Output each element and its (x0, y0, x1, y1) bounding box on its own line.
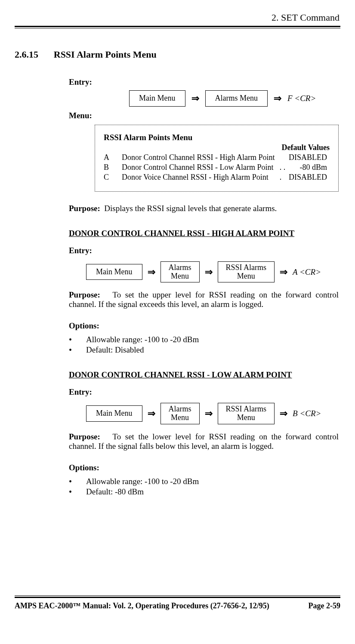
footer-left: AMPS EAC-2000™ Manual: Vol. 2, Operating… (15, 601, 269, 610)
arrow-icon: ⇒ (205, 408, 213, 419)
purpose-label: Purpose: (69, 204, 100, 213)
menu-key: C (104, 173, 122, 183)
purpose-block: Purpose: To set the upper level for RSSI… (69, 290, 339, 309)
arrow-icon: ⇒ (280, 408, 287, 419)
section-title: RSSI Alarm Points Menu (54, 49, 157, 60)
flow-box-main-menu: Main Menu (129, 90, 185, 107)
options-label: Options: (69, 321, 99, 330)
purpose-block: Purpose: To set the lower level for RSSI… (69, 432, 339, 451)
menu-row: C Donor Voice Channel RSSI - High Alarm … (104, 173, 330, 183)
flow-box-line: RSSI Alarms (226, 263, 267, 272)
options-list: Allowable range: -100 to -20 dBm Default… (69, 477, 339, 497)
section-number: 2.6.15 (15, 49, 52, 60)
purpose-text: To set the lower level for RSSI reading … (69, 432, 339, 451)
flow-final-key: A <CR> (293, 267, 321, 277)
purpose-label: Purpose: (69, 432, 100, 441)
entry-label: Entry: (69, 77, 92, 86)
purpose-text: Displays the RSSI signal levels that gen… (104, 204, 277, 213)
purpose-text: To set the upper level for RSSI reading … (69, 290, 339, 309)
page-footer: AMPS EAC-2000™ Manual: Vol. 2, Operating… (15, 595, 340, 610)
flow-box-main-menu: Main Menu (86, 264, 142, 280)
flow-box-line: Menu (237, 413, 255, 422)
list-item: Default: -80 dBm (69, 487, 339, 497)
menu-value: DISABLED (288, 153, 330, 163)
list-item: Default: Disabled (69, 345, 339, 355)
list-item: Allowable range: -100 to -20 dBm (69, 335, 339, 344)
flow-box-line: Alarms (169, 263, 191, 272)
flow-box-line: Menu (171, 272, 189, 280)
flow-box-rssi-alarms-menu: RSSI Alarms Menu (218, 261, 275, 283)
subsection-heading: DONOR CONTROL CHANNEL RSSI - LOW ALARM P… (69, 370, 339, 380)
purpose-label: Purpose: (69, 290, 100, 299)
options-list: Allowable range: -100 to -20 dBm Default… (69, 335, 339, 355)
menu-dots (280, 153, 288, 163)
flow-box-line: Alarms (169, 405, 191, 413)
flow-box-line: RSSI Alarms (226, 405, 267, 413)
purpose-block: Purpose: Displays the RSSI signal levels… (69, 204, 339, 213)
flow-final-key: B <CR> (293, 409, 321, 418)
menu-box-title: RSSI Alarm Points Menu (104, 133, 330, 142)
arrow-icon: ⇒ (280, 267, 287, 278)
arrow-icon: ⇒ (191, 93, 199, 104)
arrow-icon: ⇒ (274, 93, 281, 104)
entry-label: Entry: (69, 246, 92, 255)
entry-label: Entry: (69, 387, 92, 396)
menu-dots: . (280, 173, 288, 183)
running-header: 2. SET Command (15, 12, 340, 23)
footer-page: Page 2-59 (309, 601, 340, 610)
subsection-heading: DONOR CONTROL CHANNEL RSSI - HIGH ALARM … (69, 229, 339, 238)
flow-box-alarms-menu: Alarms Menu (161, 261, 200, 283)
arrow-icon: ⇒ (205, 267, 213, 278)
menu-row: B Donor Control Channel RSSI - Low Alarm… (104, 163, 330, 173)
menu-dots: . . (280, 163, 288, 173)
menu-desc: Donor Control Channel RSSI - High Alarm … (122, 153, 280, 163)
arrow-icon: ⇒ (148, 408, 155, 419)
menu-row: A Donor Control Channel RSSI - High Alar… (104, 153, 330, 163)
entry-flow-top: Main Menu ⇒ Alarms Menu ⇒ F <CR> (129, 90, 339, 107)
list-item: Allowable range: -100 to -20 dBm (69, 477, 339, 486)
flow-box-line: Menu (237, 272, 255, 280)
rule-thin (15, 28, 340, 28)
section-heading: 2.6.15 RSSI Alarm Points Menu (15, 49, 340, 60)
rule-thick (15, 26, 340, 27)
entry-flow-sub2: Main Menu ⇒ Alarms Menu ⇒ RSSI Alarms Me… (86, 403, 339, 424)
menu-key: A (104, 153, 122, 163)
flow-final-key: F <CR> (287, 94, 316, 103)
rule-thin (15, 595, 340, 596)
flow-box-alarms-menu: Alarms Menu (161, 403, 200, 424)
menu-desc: Donor Voice Channel RSSI - High Alarm Po… (122, 173, 280, 183)
rule-thick (15, 597, 340, 598)
flow-box-line: Menu (171, 413, 189, 422)
default-values-header: Default Values (104, 143, 330, 152)
menu-table: A Donor Control Channel RSSI - High Alar… (104, 153, 330, 183)
menu-desc: Donor Control Channel RSSI - Low Alarm P… (122, 163, 280, 173)
flow-box-rssi-alarms-menu: RSSI Alarms Menu (218, 403, 275, 424)
arrow-icon: ⇒ (148, 267, 155, 278)
options-label: Options: (69, 463, 99, 472)
menu-value: -80 dBm (288, 163, 330, 173)
menu-label: Menu: (69, 111, 92, 120)
menu-box: RSSI Alarm Points Menu Default Values A … (95, 125, 339, 192)
menu-key: B (104, 163, 122, 173)
entry-flow-sub1: Main Menu ⇒ Alarms Menu ⇒ RSSI Alarms Me… (86, 261, 339, 283)
flow-box-main-menu: Main Menu (86, 405, 142, 422)
flow-box-alarms-menu: Alarms Menu (205, 90, 268, 107)
menu-value: DISABLED (288, 173, 330, 183)
